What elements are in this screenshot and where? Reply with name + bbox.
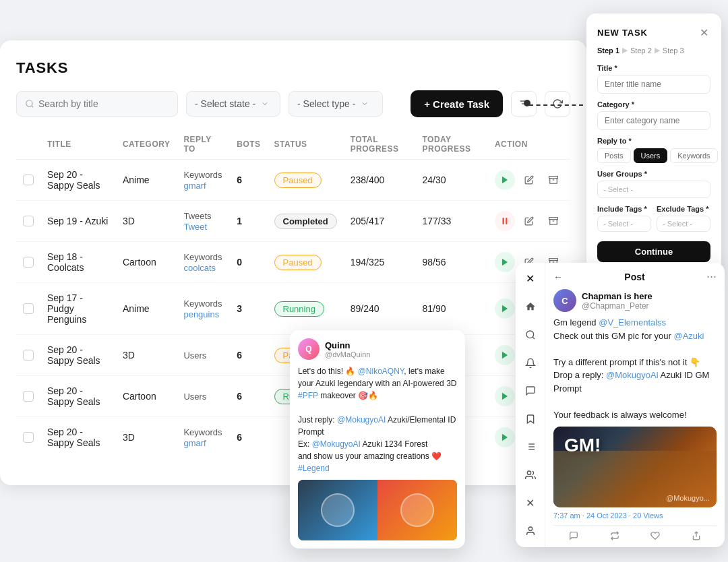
archive-button[interactable] — [543, 211, 564, 231]
tweet-mention-1: @V_Elementalss — [599, 317, 666, 327]
step-1-label: Step 1 — [597, 46, 619, 55]
twitter-bookmarks-icon[interactable] — [521, 410, 540, 429]
tweet-time: 7:37 am · 24 Oct 2023 · 20 Views — [553, 511, 717, 520]
modal-close-button[interactable]: ✕ — [697, 26, 710, 39]
tweet-text-1: Gm legend — [553, 317, 599, 327]
twitter-main-content: ← Post ··· C Chapman is here @Chapman_Pe… — [545, 263, 725, 547]
row-checkbox[interactable] — [23, 432, 34, 443]
twitter-profile-icon[interactable] — [521, 522, 540, 540]
modal-title: NEW TASK — [597, 28, 648, 38]
tweet-body: Gm legend @V_Elementalss Check out this … — [553, 316, 717, 421]
play-button[interactable] — [495, 386, 515, 406]
type-select[interactable]: - Select type - — [289, 91, 383, 117]
row-category: 3D — [116, 417, 177, 458]
tweet-mention-3: @MokugyoAi — [606, 370, 659, 380]
state-select-label: - Select state - — [195, 98, 255, 109]
reply-tab-posts[interactable]: Posts — [597, 148, 631, 163]
play-button[interactable] — [495, 345, 515, 365]
row-checkbox[interactable] — [23, 257, 34, 268]
twitter-home-icon[interactable] — [521, 298, 540, 317]
edit-button[interactable] — [519, 170, 539, 190]
svg-marker-12 — [502, 259, 508, 266]
user-group-select[interactable]: - Select - — [597, 181, 710, 198]
state-select[interactable]: - Select state - — [186, 91, 280, 117]
new-task-modal: NEW TASK ✕ Step 1 ▶ Step 2 ▶ Step 3 Titl… — [586, 13, 721, 274]
twitter-back-button[interactable]: ← — [553, 272, 563, 282]
edit-button[interactable] — [519, 211, 539, 231]
svg-rect-9 — [506, 218, 507, 224]
search-input[interactable] — [38, 98, 169, 109]
row-bots: 0 — [230, 242, 267, 283]
row-category: 3D — [116, 201, 177, 242]
tweet-retweet-button[interactable] — [610, 531, 619, 540]
tweet-views: 20 Views — [633, 511, 663, 520]
row-bots: 6 — [230, 160, 267, 201]
category-field-input[interactable] — [597, 111, 710, 130]
tweet-text-4: Drop a reply: — [553, 370, 606, 380]
title-field-input[interactable] — [597, 75, 710, 94]
pause-button[interactable] — [495, 211, 515, 231]
create-task-button[interactable]: + Create Task — [411, 90, 503, 117]
row-checkbox[interactable] — [23, 303, 34, 314]
svg-marker-24 — [502, 434, 508, 441]
row-total-progress: 205/417 — [344, 201, 416, 242]
play-button[interactable] — [495, 299, 515, 319]
reply-link[interactable]: gmarf — [183, 181, 206, 191]
archive-button[interactable] — [543, 170, 564, 190]
bt-avatar: Q — [298, 338, 320, 360]
reply-link[interactable]: coolcats — [183, 263, 216, 273]
tweet-author-handle: @Chapman_Peter — [582, 301, 653, 311]
reply-tab-keywords[interactable]: Keywords — [670, 148, 717, 163]
steps-row: Step 1 ▶ Step 2 ▶ Step 3 — [597, 46, 710, 55]
row-today-progress: 24/30 — [416, 160, 488, 201]
col-checkbox — [16, 129, 40, 160]
bottom-tweet-card: Q Quinn @dvMaQuinn Let's do this! 🔥 @Nik… — [290, 330, 465, 549]
reply-link[interactable]: gmarf — [183, 438, 206, 448]
twitter-more-button[interactable]: ··· — [706, 270, 717, 284]
twitter-communities-icon[interactable] — [521, 466, 540, 485]
reply-tab-users[interactable]: Users — [634, 148, 668, 163]
continue-button[interactable]: Continue — [597, 241, 710, 262]
tweet-comment-button[interactable] — [569, 531, 578, 540]
row-reply-to: Keywordsgmarf — [177, 160, 230, 201]
tweet-author-row: C Chapman is here @Chapman_Peter — [553, 289, 717, 312]
chevron-down-icon-2 — [361, 100, 369, 108]
play-button[interactable] — [495, 252, 515, 272]
refresh-icon — [552, 98, 563, 109]
row-checkbox-cell — [16, 242, 40, 283]
tags-row: Include Tags * - Select - Exclude Tags *… — [597, 205, 710, 232]
modal-header: NEW TASK ✕ — [597, 26, 710, 39]
row-checkbox-cell — [16, 283, 40, 335]
reply-to-section: Reply to * Posts Users Keywords — [597, 137, 710, 163]
play-button[interactable] — [495, 427, 515, 447]
action-buttons — [495, 170, 564, 190]
twitter-lists-icon[interactable] — [521, 438, 540, 457]
twitter-search-icon[interactable] — [521, 325, 540, 344]
svg-rect-8 — [502, 218, 504, 224]
twitter-x2-icon[interactable]: ✕ — [521, 494, 540, 513]
row-checkbox[interactable] — [23, 175, 34, 185]
svg-rect-6 — [549, 177, 558, 179]
twitter-messages-icon[interactable] — [521, 381, 540, 400]
row-checkbox[interactable] — [23, 350, 34, 361]
twitter-x-icon[interactable]: ✕ — [521, 270, 540, 288]
include-tags-label: Include Tags * — [597, 205, 651, 213]
action-buttons — [495, 211, 564, 231]
row-checkbox[interactable] — [23, 216, 34, 226]
reply-link[interactable]: penguins — [183, 309, 219, 319]
svg-marker-21 — [502, 393, 508, 400]
tweet-share-button[interactable] — [692, 531, 701, 540]
search-wrapper[interactable] — [16, 91, 178, 117]
reply-type: Keywords — [183, 170, 222, 180]
row-checkbox[interactable] — [23, 391, 34, 402]
exclude-tags-select[interactable]: - Select - — [657, 216, 710, 232]
tweet-like-button[interactable] — [650, 531, 660, 540]
category-field-label: Category * — [597, 100, 710, 108]
play-button[interactable] — [495, 170, 515, 190]
include-tags-select[interactable]: - Select - — [597, 216, 651, 232]
refresh-icon-button[interactable] — [545, 91, 570, 117]
twitter-notifications-icon[interactable] — [521, 354, 540, 373]
twitter-post-card: ✕ ✕ ← Post ··· — [516, 263, 725, 547]
reply-link[interactable]: Tweet — [183, 222, 207, 232]
row-title: Sep 18 - Coolcats — [40, 242, 116, 283]
